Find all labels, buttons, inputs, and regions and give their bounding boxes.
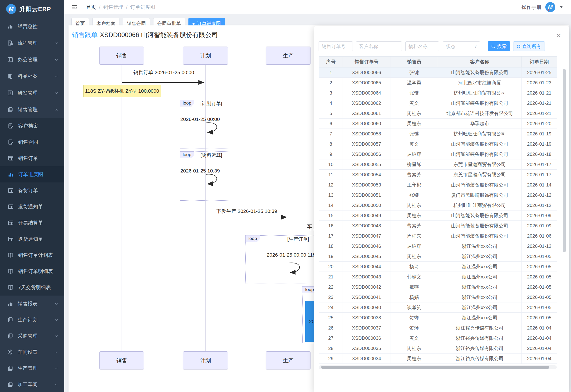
- breadcrumb-sales[interactable]: 销售管理: [103, 4, 123, 11]
- table-cell: 25: [319, 313, 343, 323]
- table-cell: 13: [319, 190, 343, 200]
- table-row[interactable]: 26XSDD000037贺蝉浙江裕兴传媒有限公司2026-01-04: [319, 323, 557, 333]
- table-row[interactable]: 23XSDD000041杨娟浙江温州xxx公司2026-01-05: [319, 292, 557, 302]
- table-row[interactable]: 21XSDD000043韩静文浙江温州xxx公司2026-01-05: [319, 272, 557, 282]
- table-cell: 谈孝笑: [391, 302, 438, 313]
- table-row[interactable]: 2XSDD000065温学勇河北衡水市红旗商厦2026-01-23: [319, 78, 557, 88]
- table-row[interactable]: 25XSDD000038贺蝉浙江温州xxx公司2026-01-05: [319, 313, 557, 323]
- table-cell: 周桂东: [391, 119, 438, 129]
- table-cell: 2026-01-04: [522, 353, 557, 364]
- loop-condition: [物料运算]: [200, 152, 222, 158]
- chevron-down-icon: [54, 366, 59, 370]
- sidebar-item[interactable]: 料品档案: [0, 68, 64, 84]
- sidebar-item[interactable]: 销售订单: [0, 150, 64, 166]
- chevron-down-icon: [54, 382, 59, 387]
- chevron-down-icon: [54, 318, 59, 322]
- table-row[interactable]: 27XSDD000036黄文浙江裕兴传媒有限公司2026-01-04: [319, 333, 557, 343]
- table-cell: 杨琦: [391, 262, 438, 272]
- sidebar-item[interactable]: 发货通知单: [0, 199, 64, 215]
- horizontal-scrollbar[interactable]: [321, 366, 549, 369]
- sidebar-item[interactable]: 采购管理: [0, 328, 64, 344]
- search-icon: [491, 44, 495, 48]
- table-cell: 河北衡水市红旗商厦: [438, 78, 522, 88]
- breadcrumb-home[interactable]: 首页: [86, 4, 96, 11]
- table-row[interactable]: 29XSDD000034周桂东浙江裕兴传媒有限公司2026-01-04: [319, 353, 557, 364]
- table-row[interactable]: 24XSDD000040谈孝笑浙江温州xxx公司2026-01-05: [319, 302, 557, 313]
- table-row[interactable]: 1XSDD000066张键山河智能装备股份有限公司2026-01-25: [319, 68, 557, 78]
- sidebar-item[interactable]: 研发管理: [0, 84, 64, 101]
- table-row[interactable]: 15XSDD000049周桂东山河智能装备股份有限公司2026-01-09: [319, 210, 557, 221]
- column-header: 销售订单号: [343, 56, 391, 68]
- table-row[interactable]: 3XSDD000064张键杭州旺旺旺商贸有限公司2026-01-21: [319, 88, 557, 98]
- table-row[interactable]: 19XSDD000045周桂东浙江温州xxx公司2026-01-05: [319, 251, 557, 262]
- chevron-down-icon: [54, 301, 59, 306]
- breadcrumb: 首页 / 销售管理 / 订单进度图: [86, 4, 155, 11]
- sidebar-item[interactable]: 订单进度图: [0, 166, 64, 182]
- order-no-input[interactable]: [318, 41, 353, 51]
- sidebar-item[interactable]: 办公管理: [0, 51, 64, 68]
- table-cell: 杭州旺旺旺商贸有限公司: [438, 200, 522, 210]
- table-cell: 贺蝉: [391, 313, 438, 323]
- user-caret-icon[interactable]: [560, 6, 563, 8]
- vertical-scrollbar[interactable]: [563, 69, 566, 252]
- table-row[interactable]: 9XSDD000056屈继辉山河智能装备股份有限公司2026-01-18: [319, 149, 557, 159]
- manual-link[interactable]: 操作手册: [522, 4, 541, 11]
- sidebar-item[interactable]: 退货通知单: [0, 231, 64, 247]
- docpen-icon: [8, 139, 14, 145]
- query-all-button[interactable]: 查询所有: [513, 41, 545, 51]
- table-row[interactable]: 28XSDD000035周桂东浙江裕兴传媒有限公司2026-01-04: [319, 343, 557, 353]
- sidebar-item[interactable]: 流程管理: [0, 35, 64, 51]
- rd-icon: [7, 90, 13, 96]
- sidebar-item[interactable]: 客户档案: [0, 118, 64, 134]
- table-cell: 张键: [391, 68, 438, 78]
- sidebar-item[interactable]: 生产计划: [0, 312, 64, 328]
- collapse-menu-icon[interactable]: [71, 4, 78, 11]
- table-row[interactable]: 4XSDD000062黄文山河智能装备股份有限公司2026-01-21: [319, 98, 557, 108]
- sidebar-item[interactable]: 销售报表: [0, 295, 64, 312]
- table-row[interactable]: 8XSDD000057黄文山河智能装备股份有限公司2026-01-19: [319, 139, 557, 149]
- table-row[interactable]: 16XSDD000048曹素芳山河智能装备股份有限公司2026-01-09: [319, 221, 557, 231]
- material-name-input[interactable]: [406, 41, 439, 51]
- sidebar-item[interactable]: 生产管理: [0, 360, 64, 376]
- chevron-down-icon: [54, 41, 59, 45]
- files-icon: [7, 365, 13, 371]
- customer-name-input[interactable]: [356, 41, 402, 51]
- table-row[interactable]: 12XSDD000053王守彬山河智能装备股份有限公司2026-01-14: [319, 180, 557, 190]
- table-cell: 周桂东: [391, 231, 438, 241]
- table-cell: 浙江裕兴传媒有限公司: [438, 343, 522, 353]
- table-row[interactable]: 14XSDD000050周桂东杭州旺旺旺商贸有限公司2026-01-12: [319, 200, 557, 210]
- sidebar-item[interactable]: 经营总控: [0, 18, 64, 35]
- sidebar-item[interactable]: 销售管理: [0, 101, 64, 118]
- table-row[interactable]: 17XSDD000047周桂东山河智能装备股份有限公司2026-01-06: [319, 231, 557, 241]
- sidebar-item[interactable]: 7天交货明细表: [0, 280, 64, 295]
- sidebar-item[interactable]: 销售订单计划表: [0, 247, 64, 263]
- column-header: 序号: [319, 56, 343, 68]
- table-cell: XSDD000036: [343, 333, 391, 343]
- table-row[interactable]: 7XSDD000058张键杭州旺旺旺商贸有限公司2026-01-19: [319, 129, 557, 139]
- table-row[interactable]: 10XSDD000055柳星稣东莞市星瀚商贸有限公司2026-01-17: [319, 159, 557, 170]
- table-row[interactable]: 5XSDD000061周桂东北京都市花语科技开发有限公司2026-01-21: [319, 108, 557, 119]
- close-icon[interactable]: ×: [556, 31, 561, 40]
- sidebar-item[interactable]: 开票结算单: [0, 215, 64, 231]
- table-row[interactable]: 6XSDD000060周桂东华孚超市2026-01-20: [319, 119, 557, 129]
- sidebar-item-label: 料品档案: [18, 73, 54, 80]
- avatar[interactable]: M: [545, 2, 555, 12]
- sidebar-item[interactable]: 销售合同: [0, 134, 64, 150]
- table-row[interactable]: 13XSDD000051张键厦门市黑眼睛服饰有限公司2026-01-12: [319, 190, 557, 200]
- table-icon: [8, 236, 14, 242]
- table-cell: 16: [319, 221, 343, 231]
- sidebar-item[interactable]: 加工车间: [0, 376, 64, 392]
- table-row[interactable]: 20XSDD000044杨琦浙江温州xxx公司2026-01-05: [319, 262, 557, 272]
- table-row[interactable]: 11XSDD000054曹素芳东莞市星瀚商贸有限公司2026-01-17: [319, 170, 557, 180]
- search-button[interactable]: 搜索: [488, 41, 510, 51]
- table-cell: 19: [319, 251, 343, 262]
- table-cell: 浙江温州xxx公司: [438, 282, 522, 292]
- sidebar-item[interactable]: 备货订单: [0, 182, 64, 199]
- table-cell: 浙江温州xxx公司: [438, 262, 522, 272]
- table-row[interactable]: 22XSDD000042戴燕浙江温州xxx公司2026-01-05: [319, 282, 557, 292]
- status-select[interactable]: 状态 ∨: [443, 41, 480, 51]
- sidebar-item[interactable]: 车间设置: [0, 344, 64, 360]
- sidebar-item[interactable]: 销售订单明细表: [0, 263, 64, 280]
- table-row[interactable]: 18XSDD000046屈继辉浙江温州xxx公司2026-01-12: [319, 241, 557, 251]
- actor-box: 生产: [266, 351, 311, 369]
